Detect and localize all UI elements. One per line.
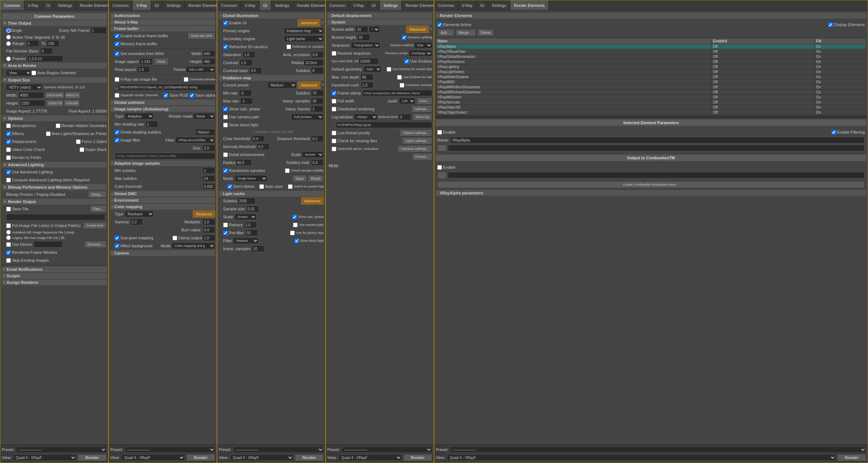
btn-render-re[interactable]: Render (837, 454, 866, 461)
table-row[interactable]: VRayObjectID Off On (436, 105, 866, 110)
input-frame-stamp[interactable] (362, 90, 432, 96)
tab-settings-common[interactable]: Common (326, 0, 350, 10)
tab-common-render-elements[interactable]: Render Elements (76, 0, 109, 10)
btn-render-common[interactable]: Render (78, 454, 107, 461)
btn-create-now[interactable]: Create Now (83, 222, 107, 229)
tab-vray-settings[interactable]: Settings (163, 0, 185, 10)
cb-vray-raw[interactable] (115, 77, 119, 82)
tab-re-settings[interactable]: Settings (488, 0, 510, 10)
cb-enable-element[interactable] (437, 130, 442, 135)
cb-switch-saved[interactable] (288, 184, 293, 189)
cb-video-color[interactable] (6, 147, 11, 152)
cb-render-fields[interactable] (6, 155, 11, 160)
cb-enable-built-in[interactable] (115, 34, 119, 38)
cb-use-camera-path[interactable] (223, 115, 228, 119)
select-preview[interactable]: Full preview (291, 114, 324, 120)
input-save-path[interactable] (6, 214, 105, 220)
input-contrast[interactable] (240, 59, 252, 66)
group-bitmap[interactable]: ▼ Bitmap Performance and Memory Options (2, 184, 107, 190)
select-view-common[interactable]: Quad 4 - VRayF (13, 454, 76, 461)
cb-distributed[interactable] (332, 107, 336, 111)
cb-enable-combustion[interactable] (437, 165, 442, 170)
btn-res1[interactable]: 1920x1080 (44, 92, 64, 99)
cb-enable-gi[interactable] (223, 21, 228, 25)
table-row[interactable]: VRayMtlRefractGlossiness Off On (436, 90, 866, 95)
table-row[interactable]: VRayMtlSelect Off On (436, 95, 866, 100)
group-scripts[interactable]: + Scripts (2, 273, 107, 279)
input-frames[interactable] (27, 55, 63, 62)
tab-re-common[interactable]: Common (434, 0, 458, 10)
table-row[interactable]: VRayIlluminance Off On (436, 59, 866, 64)
btn-devices[interactable]: Devices... (84, 241, 107, 248)
input-filter-size[interactable] (203, 145, 215, 151)
input-device[interactable] (34, 241, 63, 248)
input-subdivs-mult[interactable] (311, 159, 324, 166)
btn-add-element[interactable]: Add ... (437, 29, 454, 36)
input-max-subdivs[interactable] (203, 175, 215, 182)
cb-reflective-gi[interactable] (286, 45, 291, 49)
cb-low-thread[interactable] (332, 131, 336, 135)
group-image-sampler[interactable]: - Image sampler (Antialiasing) (110, 106, 215, 112)
select-view-re[interactable]: Quad 4 - VRayF (447, 454, 836, 461)
tab-common-gi[interactable]: GI (43, 0, 55, 10)
input-bucket-width[interactable] (356, 26, 368, 33)
btn-res4[interactable]: 320x180 (64, 100, 80, 107)
group-output-size[interactable]: ▼ Output Size (2, 77, 107, 83)
cb-affect-bg[interactable] (115, 244, 119, 248)
cb-rendered-frame[interactable] (6, 250, 11, 255)
input-element-name[interactable] (450, 137, 865, 143)
select-mode-im[interactable]: Single frame (235, 175, 267, 182)
group-email[interactable]: + Email Notifications (2, 266, 107, 272)
group-camera[interactable]: - Camera (110, 250, 215, 256)
tab-gi-gi[interactable]: GI (260, 0, 272, 10)
cb-area-lights[interactable] (46, 131, 51, 136)
select-preset-gi[interactable]: ------------------- (233, 446, 324, 453)
cb-show-calc-lc[interactable] (292, 215, 297, 219)
select-lc-scale[interactable]: Screen (235, 214, 256, 220)
input-width-vray[interactable] (203, 50, 215, 57)
input-lc-subdivs[interactable] (237, 198, 255, 204)
btn-lights-settings[interactable]: Lights settings... (402, 137, 432, 144)
tab-gi-vray[interactable]: V-Ray (241, 0, 260, 10)
input-face-level[interactable] (361, 82, 374, 88)
btn-cameras-settings[interactable]: Cameras settings... (397, 145, 432, 152)
cb-image-filter[interactable] (115, 138, 119, 143)
btn-render-settings[interactable]: Render (403, 454, 432, 461)
cb-displacement[interactable] (6, 139, 11, 144)
cb-pre-filter[interactable] (223, 231, 228, 235)
tab-settings-settings[interactable]: Settings (380, 0, 402, 10)
table-row[interactable]: VRayLighting Off On (436, 64, 866, 70)
cb-check-vis[interactable] (285, 168, 290, 173)
cb-conserve-memory[interactable] (400, 83, 404, 88)
radio-range[interactable] (6, 41, 11, 46)
cb-detail-enhancement[interactable] (223, 152, 228, 157)
cb-randomize[interactable] (223, 168, 228, 173)
input-height-vray[interactable] (203, 58, 215, 65)
input-amb-occ[interactable] (311, 51, 324, 58)
cb-generate-preview[interactable] (184, 77, 188, 82)
cb-effects[interactable] (6, 131, 11, 136)
input-dyn-mem[interactable] (359, 58, 379, 64)
input-max-rate[interactable] (240, 98, 253, 104)
cb-sub-pixel[interactable] (115, 236, 119, 240)
cb-save-alpha[interactable] (190, 93, 194, 98)
select-lc-filter[interactable]: Nearest (233, 237, 259, 244)
input-file-number[interactable] (40, 48, 53, 54)
input-interp-samples[interactable] (311, 98, 324, 104)
cb-divide-shading[interactable] (115, 130, 119, 135)
tab-gi-render-elements[interactable]: Render Elements (293, 0, 326, 10)
input-burn[interactable] (203, 227, 215, 233)
tab-re-render-elements[interactable]: Render Elements (510, 0, 549, 10)
btn-create-combustion[interactable]: Create Combustion Workspace Now ... (437, 181, 865, 188)
cb-atmospherics[interactable] (6, 123, 11, 128)
group-global-dmc[interactable]: - Global DMC (110, 191, 215, 197)
cb-skip-existing[interactable] (6, 258, 11, 263)
cb-save-rgb[interactable] (163, 93, 168, 98)
select-preset-re[interactable]: ------------------- (450, 446, 866, 453)
table-row[interactable]: VRayGlobalIllumination Off On (436, 54, 866, 59)
cb-display-elements[interactable] (828, 22, 833, 27)
select-primary-engine[interactable]: Irradiance map (284, 28, 324, 34)
select-justify[interactable]: Left (399, 98, 415, 104)
radio-frames[interactable] (6, 56, 11, 61)
group-options[interactable]: ▼ Options (2, 115, 107, 121)
